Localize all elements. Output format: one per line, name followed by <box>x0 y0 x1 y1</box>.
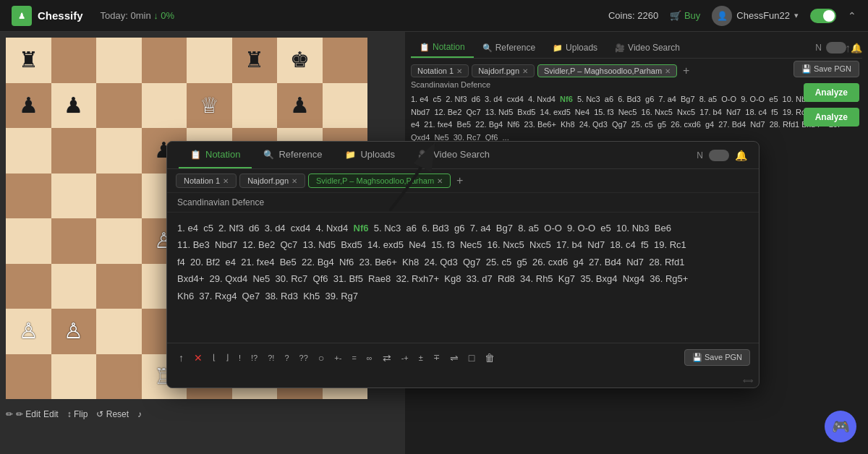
cell-2-0[interactable] <box>6 128 51 174</box>
cell-0-2[interactable] <box>96 38 142 83</box>
add-notation-tab-button[interactable]: + <box>454 174 466 187</box>
collapse-button[interactable]: ⌃ <box>848 10 856 22</box>
notation-modal: 📋 Notation 🔍 Reference 📁 Uploads 🎥 Video… <box>166 141 760 388</box>
cell-6-2[interactable] <box>96 309 142 354</box>
cell-0-1[interactable] <box>51 38 97 83</box>
cell-1-3[interactable] <box>142 83 187 129</box>
analyze-button-2[interactable]: Analyze <box>804 108 859 127</box>
close-tab-2-bg-icon[interactable]: ✕ <box>522 67 528 75</box>
modal-moves[interactable]: 1. e4 c5 2. Nf3 d6 3. d4 cxd4 4. Nxd4 Nf… <box>167 213 759 343</box>
cell-5-2[interactable] <box>96 264 142 309</box>
toolbar-minus-plus-button[interactable]: -+ <box>399 352 412 364</box>
cell-0-5[interactable]: ♜ <box>232 38 278 83</box>
cell-1-4[interactable]: ♕ <box>187 83 232 129</box>
cell-0-0[interactable]: ♜ <box>6 38 51 83</box>
tab-reference-bg[interactable]: 🔍 Reference <box>474 38 544 58</box>
toolbar-double-question-button[interactable]: ?? <box>297 352 311 364</box>
cell-3-1[interactable] <box>51 174 97 219</box>
reset-button[interactable]: ↺ Reset <box>96 409 129 419</box>
cell-4-2[interactable] <box>96 218 142 264</box>
toolbar-plusminus-button[interactable]: ± <box>416 352 426 364</box>
modal-toggle[interactable] <box>709 150 729 161</box>
toolbar-up-button[interactable]: ↑ <box>176 351 187 365</box>
scroll-up-icon[interactable]: ↑ <box>845 42 851 55</box>
cell-3-0[interactable] <box>6 174 51 219</box>
piece-0-5: ♜ <box>244 49 264 71</box>
cell-1-7[interactable] <box>323 83 368 129</box>
close-modal-tab-2-icon[interactable]: ✕ <box>292 177 297 185</box>
app-name: Chessify <box>38 9 83 22</box>
modal-tab-uploads[interactable]: 📁 Uploads <box>333 142 407 168</box>
cell-1-2[interactable] <box>96 83 142 129</box>
toolbar-exclaim-question-button[interactable]: !? <box>248 352 260 364</box>
modal-bell-icon[interactable]: 🔔 <box>735 150 747 161</box>
toolbar-exclaim-button[interactable]: ! <box>236 352 244 364</box>
svg-text:♟: ♟ <box>18 12 25 20</box>
notation-tab-3-bg[interactable]: Svidler,P – Maghsoodloo,Parham ✕ <box>537 64 677 77</box>
cell-4-0[interactable] <box>6 218 51 264</box>
cell-7-0[interactable] <box>6 354 51 400</box>
toolbar-bracket-close-button[interactable]: ⌋ <box>223 351 231 364</box>
toolbar-arrows-button[interactable]: ⇄ <box>380 351 394 365</box>
toolbar-delete-button[interactable]: ✕ <box>191 351 205 365</box>
modal-tab-notation[interactable]: 📋 Notation <box>179 142 252 168</box>
add-tab-bg-button[interactable]: + <box>680 64 692 77</box>
toolbar-arrows2-button[interactable]: ⇌ <box>447 351 461 365</box>
cell-6-0[interactable]: ♙ <box>6 309 51 354</box>
cell-0-3[interactable] <box>142 38 187 83</box>
save-pgn-button[interactable]: 💾 Save PGN <box>793 61 859 77</box>
cell-5-1[interactable] <box>51 264 97 309</box>
tab-uploads-bg[interactable]: 📁 Uploads <box>544 38 606 58</box>
cell-0-6[interactable]: ♚ <box>277 38 323 83</box>
toolbar-infinity-button[interactable]: ∞ <box>364 352 375 364</box>
sound-button[interactable]: ♪ <box>137 409 142 419</box>
cell-2-1[interactable] <box>51 128 97 174</box>
notation-tab-2-bg[interactable]: Najdorf.pgn ✕ <box>472 64 535 77</box>
cell-3-2[interactable] <box>96 174 142 219</box>
toolbar-circle-button[interactable]: ○ <box>315 351 327 365</box>
cell-1-1[interactable]: ♟ <box>51 83 97 129</box>
scroll-down-icon[interactable]: ↓ <box>854 42 859 55</box>
modal-notation-tab-2[interactable]: Najdorf.pgn ✕ <box>239 174 305 188</box>
cell-5-0[interactable] <box>6 264 51 309</box>
cell-6-1[interactable]: ♙ <box>51 309 97 354</box>
cell-7-1[interactable] <box>51 354 97 400</box>
resize-icon: ⟺ <box>743 377 753 385</box>
close-tab-1-bg-icon[interactable]: ✕ <box>456 67 462 75</box>
cell-0-7[interactable] <box>323 38 368 83</box>
toolbar-question-button[interactable]: ? <box>281 352 292 364</box>
cell-1-0[interactable]: ♟ <box>6 83 51 129</box>
toolbar-square-button[interactable]: □ <box>466 351 477 365</box>
dropdown-chevron-icon[interactable]: ▾ <box>794 11 799 20</box>
modal-tab-reference[interactable]: 🔍 Reference <box>252 142 333 168</box>
discord-button[interactable]: 🎮 <box>825 411 856 442</box>
toolbar-question-exclaim-button[interactable]: ?! <box>265 352 277 364</box>
toolbar-minusplus-button[interactable]: ∓ <box>430 351 443 364</box>
cell-0-4[interactable] <box>187 38 232 83</box>
toolbar-trash-button[interactable]: 🗑 <box>482 351 498 365</box>
toolbar-bracket-open-button[interactable]: ⌊ <box>210 351 218 364</box>
cell-4-1[interactable] <box>51 218 97 264</box>
buy-button[interactable]: 🛒 Buy <box>670 10 700 21</box>
toolbar-equal-button[interactable]: = <box>349 352 359 364</box>
cell-2-2[interactable] <box>96 128 142 174</box>
close-modal-tab-1-icon[interactable]: ✕ <box>223 177 229 185</box>
status-toggle[interactable] <box>810 9 836 23</box>
close-modal-tab-3-icon[interactable]: ✕ <box>437 177 443 185</box>
notation-tab-1-bg[interactable]: Notation 1 ✕ <box>411 64 469 77</box>
cell-1-5[interactable] <box>232 83 278 129</box>
analyze-button-1[interactable]: Analyze <box>804 83 859 102</box>
edit-button[interactable]: ✏ ✏ EditEdit <box>6 409 59 419</box>
modal-notation-tab-3[interactable]: Svidler,P – Maghsoodloo,Parham ✕ <box>308 174 451 188</box>
close-tab-3-bg-icon[interactable]: ✕ <box>665 67 671 75</box>
cell-1-6[interactable]: ♟ <box>277 83 323 129</box>
cell-7-2[interactable] <box>96 354 142 400</box>
flip-button[interactable]: ↕ Flip <box>67 409 88 419</box>
modal-tab-video[interactable]: 🎥 Video Search <box>407 142 501 168</box>
toolbar-plus-minus-button[interactable]: +- <box>331 352 344 364</box>
modal-notation-tab-1[interactable]: Notation 1 ✕ <box>176 174 237 188</box>
resize-handle[interactable]: ⟺ <box>167 372 759 387</box>
modal-save-pgn-button[interactable]: 💾 Save PGN <box>684 349 750 366</box>
tab-notation-bg[interactable]: 📋 Notation <box>411 38 474 58</box>
tab-video-bg[interactable]: 🎥 Video Search <box>606 38 689 58</box>
